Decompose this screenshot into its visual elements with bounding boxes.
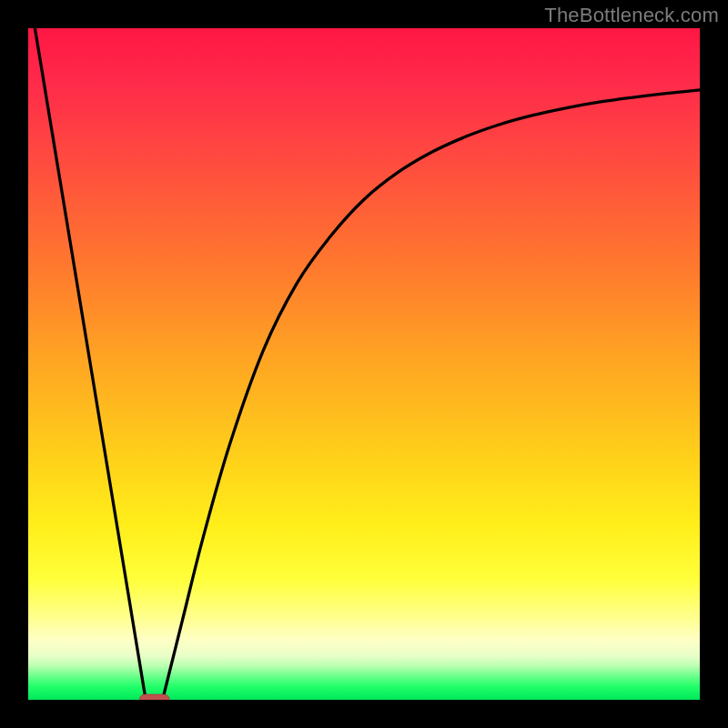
- trough-marker: [139, 694, 169, 700]
- watermark-text: TheBottleneck.com: [544, 4, 719, 27]
- left-line: [35, 28, 146, 700]
- right-curve: [163, 90, 700, 700]
- plot-area: [28, 28, 700, 700]
- chart-curves: [28, 28, 700, 700]
- chart-frame: TheBottleneck.com: [0, 0, 728, 728]
